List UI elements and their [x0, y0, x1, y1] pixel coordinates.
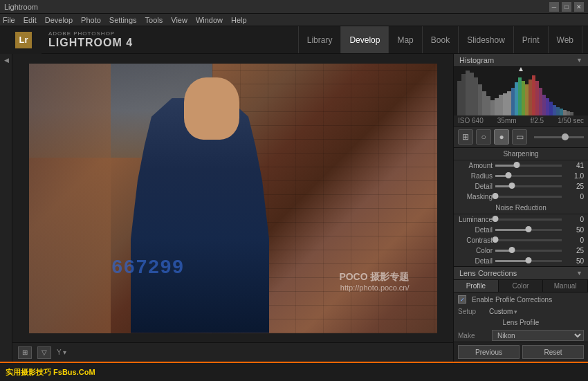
tab-slideshow[interactable]: Slideshow — [459, 26, 514, 53]
grad-tool[interactable]: ▭ — [512, 129, 527, 145]
app-title: Lightroom — [4, 3, 38, 11]
tab-library[interactable]: Library — [298, 26, 342, 53]
maximize-button[interactable]: □ — [562, 2, 571, 12]
luminance-track[interactable] — [495, 219, 562, 221]
shutter-info: 1/50 sec — [558, 117, 584, 124]
svg-rect-6 — [478, 84, 482, 115]
spot-tool[interactable]: ○ — [476, 129, 491, 145]
tab-web[interactable]: Web — [549, 26, 582, 53]
iso-info: ISO 640 — [458, 117, 484, 124]
make-select[interactable]: Nikon — [492, 330, 584, 341]
histogram-section: Histogram ▼ — [454, 54, 588, 127]
svg-rect-5 — [474, 77, 478, 115]
menu-file[interactable]: File — [3, 16, 15, 24]
enable-corrections-checkbox[interactable]: ✓ — [458, 295, 466, 304]
nav-tabs: Library Develop Map Book Slideshow Print… — [298, 26, 588, 53]
tools-row: ⊞ ○ ● ▭ — [454, 127, 588, 148]
radius-track[interactable] — [495, 175, 562, 177]
close-button[interactable]: ✕ — [574, 2, 584, 12]
svg-rect-13 — [507, 91, 511, 115]
detail-handle — [509, 183, 515, 189]
building-left — [29, 64, 111, 333]
menu-tools[interactable]: Tools — [145, 16, 163, 24]
radius-label: Radius — [458, 172, 493, 180]
menu-settings[interactable]: Settings — [109, 16, 137, 24]
nr-detail-label: Detail — [458, 226, 493, 234]
contrast-track[interactable] — [495, 239, 562, 241]
color-detail-label: Detail — [458, 257, 493, 265]
zoom-level: Y ▾ — [57, 349, 66, 356]
focal-info: 35mm — [497, 117, 517, 124]
tab-develop[interactable]: Develop — [341, 26, 389, 53]
svg-rect-18 — [525, 84, 529, 115]
detail-label: Detail — [458, 183, 493, 190]
tab-print[interactable]: Print — [514, 26, 549, 53]
histogram-arrow[interactable]: ▼ — [576, 57, 582, 64]
person-head — [184, 77, 239, 140]
lc-tab-manual[interactable]: Manual — [543, 280, 588, 292]
previous-button[interactable]: Previous — [458, 345, 520, 359]
nr-detail-fill — [495, 229, 529, 231]
luminance-handle — [493, 216, 499, 222]
tool-slider-handle — [562, 133, 569, 140]
svg-rect-27 — [556, 107, 560, 115]
setup-row: Setup Custom ▾ — [454, 306, 588, 317]
lc-tab-color[interactable]: Color — [499, 280, 544, 292]
histogram-svg — [454, 67, 588, 115]
tool-slider[interactable] — [534, 136, 584, 138]
bottom-strip: 实用摄影技巧 FsBus.CoM — [0, 362, 588, 381]
radius-row: Radius 1.0 — [454, 171, 588, 181]
tab-book[interactable]: Book — [423, 26, 459, 53]
sharpening-section: Sharpening Amount 41 Radius 1.0 Detail — [454, 148, 588, 202]
crop-tool[interactable]: ⊞ — [458, 129, 473, 145]
svg-rect-21 — [535, 81, 539, 115]
menu-photo[interactable]: Photo — [81, 16, 101, 24]
histogram-info: ISO 640 35mm f/2.5 1/50 sec — [454, 115, 588, 126]
lens-corrections-arrow[interactable]: ▼ — [576, 270, 582, 277]
tab-map[interactable]: Map — [389, 26, 422, 53]
masking-value: 0 — [564, 193, 584, 201]
detail-track[interactable] — [495, 185, 562, 187]
menu-view[interactable]: View — [171, 16, 187, 24]
sharpening-label: Sharpening — [454, 148, 588, 160]
svg-rect-16 — [518, 77, 522, 115]
color-track[interactable] — [495, 250, 562, 252]
menu-window[interactable]: Window — [196, 16, 223, 24]
lens-profile-label: Lens Profile — [454, 317, 588, 328]
red-eye-tool[interactable]: ● — [494, 129, 509, 145]
lens-corrections-title: Lens Corrections — [459, 269, 517, 277]
menu-develop[interactable]: Develop — [45, 16, 73, 24]
setup-dropdown-icon[interactable]: ▾ — [514, 308, 517, 315]
lr-badge: Lr — [15, 32, 32, 48]
masking-track[interactable] — [495, 196, 562, 198]
svg-rect-2 — [461, 74, 466, 115]
photo-container: 667299 POCO 摄影专题 http://photo.poco.cn/ — [29, 64, 437, 333]
contrast-value: 0 — [564, 236, 584, 244]
detail-value: 25 — [564, 183, 584, 190]
lc-tab-profile[interactable]: Profile — [454, 280, 499, 292]
svg-rect-12 — [503, 93, 507, 115]
svg-rect-8 — [486, 96, 490, 115]
minimize-button[interactable]: ─ — [549, 2, 559, 12]
color-detail-track[interactable] — [495, 260, 562, 262]
amount-value: 41 — [564, 162, 584, 169]
left-panel: ◀ — [0, 54, 12, 362]
main-layout: ◀ 667299 POCO 摄影专题 http://ph — [0, 54, 588, 362]
contrast-row: Contrast 0 — [454, 235, 588, 245]
reset-button[interactable]: Reset — [522, 345, 584, 359]
enable-corrections-label: Enable Profile Corrections — [472, 296, 552, 304]
svg-rect-17 — [522, 81, 525, 115]
zoom-fit-button[interactable]: ⊞ — [18, 346, 32, 359]
contrast-label: Contrast — [458, 236, 493, 244]
menu-edit[interactable]: Edit — [24, 16, 37, 24]
left-panel-label: ◀ — [3, 57, 10, 64]
svg-rect-22 — [539, 88, 542, 115]
nr-detail-track[interactable] — [495, 229, 562, 231]
zoom-in-button[interactable]: ▽ — [37, 346, 51, 359]
svg-rect-1 — [457, 81, 461, 115]
amount-track[interactable] — [495, 165, 562, 167]
luminance-row: Luminance 0 — [454, 214, 588, 225]
amount-handle — [513, 162, 520, 168]
svg-rect-31 — [570, 112, 573, 115]
menu-help[interactable]: Help — [231, 16, 247, 24]
